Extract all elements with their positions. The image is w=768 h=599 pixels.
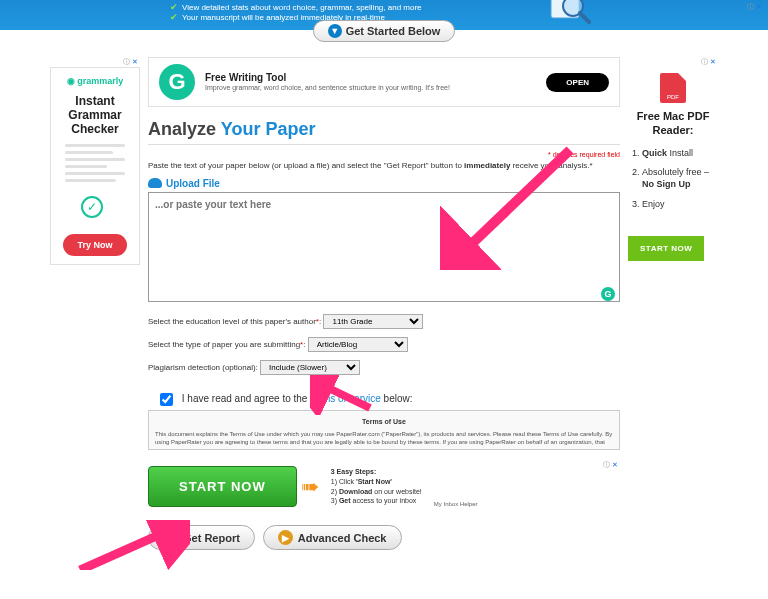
- list-item: Quick Install: [642, 148, 718, 160]
- list-item: Absolutely free – No Sign Up: [642, 167, 718, 190]
- paper-type-row: Select the type of paper you are submitt…: [148, 337, 620, 352]
- ad-info-icon[interactable]: ⓘ: [747, 3, 754, 10]
- start-now-button[interactable]: START NOW: [148, 466, 297, 507]
- required-note: * denotes required field: [148, 151, 620, 158]
- instruction-text: Paste the text of your paper below (or u…: [148, 161, 620, 170]
- plagiarism-select[interactable]: Include (Slower): [260, 360, 360, 375]
- right-ad-title: Free Mac PDF Reader:: [628, 109, 718, 138]
- ad-info-icon[interactable]: ⓘ: [603, 461, 610, 468]
- pdf-icon: PDF: [660, 73, 686, 103]
- grammarly-logo: ◉ grammarly: [59, 76, 131, 86]
- banner-line1: View detailed stats about word choice, g…: [182, 3, 422, 12]
- get-started-label: Get Started Below: [346, 25, 441, 37]
- tos-link[interactable]: terms of service: [310, 393, 381, 404]
- list-item: Enjoy: [642, 199, 718, 211]
- inline-ad-subtitle: Improve grammar, word choice, and senten…: [205, 83, 536, 92]
- paper-textarea[interactable]: [148, 192, 620, 302]
- get-started-button[interactable]: ▼ Get Started Below: [313, 20, 456, 42]
- inline-ad-title: Free Writing Tool: [205, 72, 536, 83]
- ad-marker: ⓘ✕: [628, 57, 718, 67]
- start-now-side-button[interactable]: START NOW: [628, 236, 704, 261]
- check-icon: ✔: [170, 2, 178, 12]
- arrow-down-icon: ▼: [328, 24, 342, 38]
- ad-close-icon[interactable]: ✕: [132, 58, 138, 65]
- analyze-heading: Analyze Your Paper: [148, 119, 620, 140]
- tos-body: This document explains the Terms of Use …: [155, 430, 613, 450]
- agree-checkbox[interactable]: [160, 393, 173, 406]
- bottom-ad: ⓘ✕ START NOW ➠ 3 Easy Steps: 1) Click 'S…: [148, 460, 620, 513]
- plagiarism-row: Plagiarism detection (optional): Include…: [148, 360, 620, 375]
- play-icon: ▶: [163, 530, 178, 545]
- advanced-check-button[interactable]: ▶ Advanced Check: [263, 525, 402, 550]
- paper-type-select[interactable]: Article/Blog: [308, 337, 408, 352]
- left-ad-title: Instant Grammar Checker: [59, 94, 131, 136]
- open-button[interactable]: OPEN: [546, 73, 609, 92]
- ad-close-icon[interactable]: ✕: [756, 3, 762, 10]
- left-ad: ◉ grammarly Instant Grammar Checker ✓ Tr…: [50, 67, 140, 265]
- education-row: Select the education level of this paper…: [148, 314, 620, 329]
- star-icon: ▶: [278, 530, 293, 545]
- placeholder-lines: [65, 144, 125, 182]
- ad-marker: ⓘ✕: [745, 2, 764, 12]
- ad-marker: ⓘ✕: [50, 57, 140, 67]
- upload-file-link[interactable]: Upload File: [148, 178, 220, 189]
- try-now-button[interactable]: Try Now: [63, 234, 126, 256]
- ad-close-icon[interactable]: ✕: [612, 461, 618, 468]
- inbox-helper-label: My Inbox Helper: [434, 501, 478, 507]
- steps: 3 Easy Steps: 1) Click 'Start Now' 2) Do…: [331, 467, 422, 506]
- education-select[interactable]: 11th Grade: [323, 314, 423, 329]
- tos-box[interactable]: Terms of Use This document explains the …: [148, 410, 620, 450]
- grammarly-circle-icon: G: [159, 64, 195, 100]
- ad-close-icon[interactable]: ✕: [710, 58, 716, 65]
- orange-arrow-icon: ➠: [301, 474, 319, 500]
- ad-marker: ⓘ✕: [601, 460, 620, 470]
- ad-info-icon[interactable]: ⓘ: [123, 58, 130, 65]
- tos-title: Terms of Use: [155, 417, 613, 427]
- get-report-button[interactable]: ▶ Get Report: [148, 525, 255, 550]
- grammarly-badge-icon[interactable]: G: [601, 287, 615, 301]
- checkmark-icon: ✓: [81, 196, 103, 218]
- inline-ad: G Free Writing Tool Improve grammar, wor…: [148, 57, 620, 107]
- ad-info-icon[interactable]: ⓘ: [701, 58, 708, 65]
- cloud-upload-icon: [148, 178, 162, 188]
- agree-row: I have read and agree to the terms of se…: [148, 393, 620, 406]
- right-ad-list: Quick Install Absolutely free – No Sign …: [628, 148, 718, 211]
